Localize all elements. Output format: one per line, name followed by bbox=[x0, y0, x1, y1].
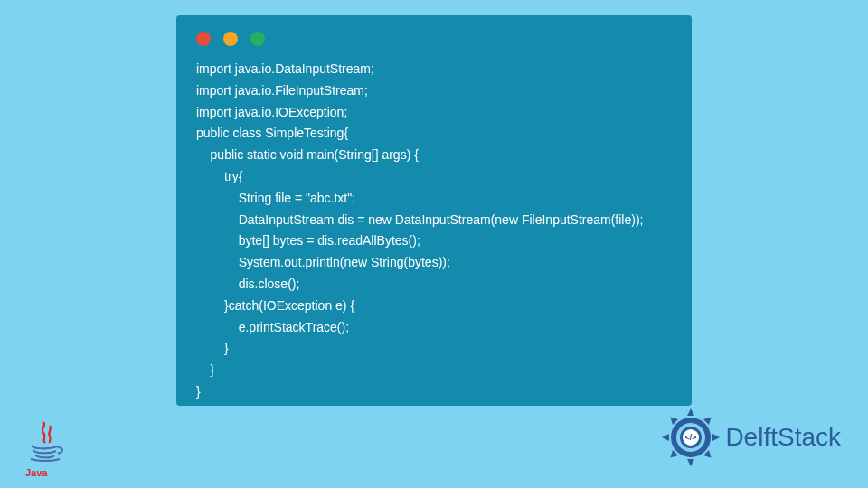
maximize-dot-icon bbox=[250, 32, 265, 46]
gear-icon: </> bbox=[660, 407, 722, 468]
delftstack-logo: </> DelftStack bbox=[660, 407, 841, 468]
java-label: Java bbox=[25, 467, 65, 478]
code-window: import java.io.DataInputStream; import j… bbox=[176, 15, 692, 406]
java-logo-icon: Java bbox=[25, 420, 65, 476]
delftstack-label: DelftStack bbox=[725, 423, 841, 452]
svg-text:</>: </> bbox=[685, 433, 697, 442]
minimize-dot-icon bbox=[223, 32, 238, 46]
close-dot-icon bbox=[196, 32, 211, 46]
code-block: import java.io.DataInputStream; import j… bbox=[196, 59, 672, 403]
window-controls bbox=[196, 32, 672, 46]
